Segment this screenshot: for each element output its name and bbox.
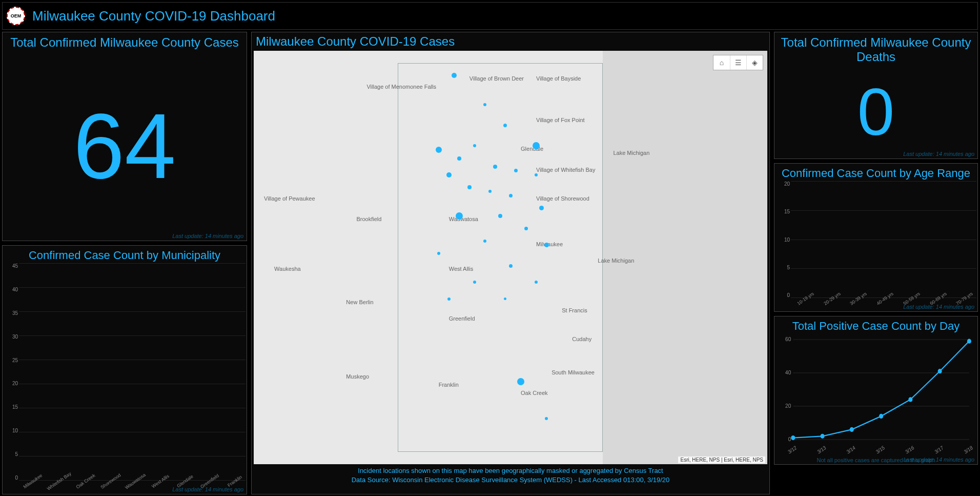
case-dot[interactable] (509, 264, 513, 268)
map-place-label: Lake Michigan (613, 150, 649, 156)
total-cases-value: 64 (3, 51, 247, 241)
case-dot[interactable] (539, 206, 544, 210)
map-place-label: Glendale (521, 146, 543, 152)
case-dot[interactable] (447, 297, 451, 301)
case-dot[interactable] (446, 172, 452, 177)
map-place-label: West Allis (449, 266, 473, 272)
map-place-label: Franklin (439, 382, 459, 388)
oem-logo-icon: OEM (7, 7, 25, 25)
total-deaths-value: 0 (774, 65, 977, 158)
case-dot[interactable] (544, 243, 549, 247)
case-dot[interactable] (524, 227, 528, 230)
update-note: Last update: 14 minutes ago (903, 457, 974, 463)
header: OEM Milwaukee County COVID-19 Dashboard (2, 2, 978, 30)
svg-text:60: 60 (785, 336, 791, 343)
svg-text:40: 40 (785, 369, 791, 376)
map-place-label: Waukesha (274, 266, 301, 272)
update-note: Last update: 14 minutes ago (172, 486, 243, 492)
svg-text:3/12: 3/12 (787, 445, 797, 455)
map-footer-text: Incident locations shown on this map hav… (252, 464, 769, 489)
map-place-label: Muskego (346, 373, 369, 380)
map-panel: Milwaukee County COVID-19 Cases ⌂ ☰ ◈ Es… (251, 32, 770, 494)
case-dot[interactable] (514, 169, 518, 172)
case-dot[interactable] (467, 185, 472, 189)
day-chart-panel: Total Positive Case Count by Day 0204060… (774, 316, 978, 465)
map-place-label: Village of Brown Deer (469, 75, 524, 82)
age-chart-panel: Confirmed Case Count by Age Range 201510… (774, 163, 978, 312)
map-place-label: Village of Whitefish Bay (536, 167, 595, 173)
data-point[interactable] (908, 397, 912, 402)
svg-text:20: 20 (785, 403, 791, 409)
dashboard-title: Milwaukee County COVID-19 Dashboard (32, 8, 275, 24)
panel-title: Total Confirmed Milwaukee County Cases (3, 32, 247, 51)
muni-bar-chart[interactable]: 454035302520151050MilwaukeeWhitefish Bay… (3, 263, 247, 494)
map-place-label: New Berlin (346, 299, 373, 305)
layers-icon[interactable]: ◈ (746, 55, 763, 70)
legend-icon[interactable]: ☰ (730, 55, 746, 70)
update-note: Last update: 14 minutes ago (903, 151, 974, 157)
svg-text:3/13: 3/13 (816, 444, 827, 455)
map-place-label: South Milwaukee (552, 369, 595, 375)
map-title: Milwaukee County COVID-19 Cases (252, 32, 769, 51)
panel-title: Total Positive Case Count by Day (774, 316, 977, 334)
map-canvas[interactable]: ⌂ ☰ ◈ Esri, HERE, NPS | Esri, HERE, NPS … (254, 51, 767, 464)
map-controls: ⌂ ☰ ◈ (713, 55, 763, 70)
data-point[interactable] (791, 435, 795, 440)
map-place-label: Greenfield (449, 315, 475, 322)
case-dot[interactable] (509, 194, 513, 197)
case-dot[interactable] (488, 190, 492, 193)
case-dot[interactable] (517, 378, 524, 385)
svg-text:3/14: 3/14 (846, 444, 856, 455)
data-point[interactable] (967, 339, 971, 344)
case-dot[interactable] (483, 240, 486, 243)
map-place-label: Village of Bayside (536, 75, 581, 82)
map-place-label: Village of Pewaukee (264, 195, 315, 202)
update-note: Last update: 14 minutes ago (903, 304, 974, 310)
home-icon[interactable]: ⌂ (713, 55, 730, 70)
map-place-label: Village of Fox Point (536, 117, 585, 123)
map-place-label: Village of Shorewood (536, 195, 589, 202)
age-bar-chart[interactable]: 2015105010-19 yrs20-29 yrs30-39 yrs40-49… (774, 181, 977, 311)
map-place-label: Brookfield (356, 216, 381, 222)
panel-title: Total Confirmed Milwaukee County Deaths (774, 32, 977, 65)
case-dot[interactable] (483, 103, 486, 106)
data-point[interactable] (879, 414, 883, 419)
case-dot[interactable] (535, 173, 538, 176)
day-line-chart[interactable]: 02040603/123/133/143/153/163/173/18 (774, 334, 977, 464)
panel-title: Confirmed Case Count by Age Range (774, 164, 977, 181)
svg-text:0: 0 (788, 436, 791, 443)
map-place-label: Lake Michigan (598, 257, 634, 264)
case-dot[interactable] (437, 252, 440, 255)
municipality-chart-panel: Confirmed Case Count by Municipality 454… (2, 245, 247, 494)
panel-title: Confirmed Case Count by Municipality (3, 246, 247, 263)
map-place-label: St Francis (562, 307, 587, 313)
map-attribution: Esri, HERE, NPS | Esri, HERE, NPS (678, 457, 765, 463)
total-cases-panel: Total Confirmed Milwaukee County Cases 6… (2, 32, 247, 241)
map-place-label: Oak Creek (521, 390, 548, 396)
map-place-label: Cudahy (572, 336, 591, 342)
data-point[interactable] (938, 369, 942, 373)
case-dot[interactable] (457, 156, 461, 161)
svg-text:3/15: 3/15 (875, 444, 886, 455)
svg-text:3/16: 3/16 (905, 444, 915, 455)
svg-text:3/17: 3/17 (934, 445, 944, 455)
map-place-label: Milwaukee (536, 241, 563, 247)
update-note: Last update: 14 minutes ago (172, 233, 243, 239)
map-place-label: Village of Menomonee Falls (366, 84, 436, 90)
data-point[interactable] (821, 434, 825, 439)
case-dot[interactable] (493, 165, 497, 169)
svg-text:3/18: 3/18 (963, 444, 974, 455)
data-point[interactable] (850, 427, 854, 432)
total-deaths-panel: Total Confirmed Milwaukee County Deaths … (774, 32, 978, 159)
map-place-label: Wauwatosa (449, 216, 478, 222)
